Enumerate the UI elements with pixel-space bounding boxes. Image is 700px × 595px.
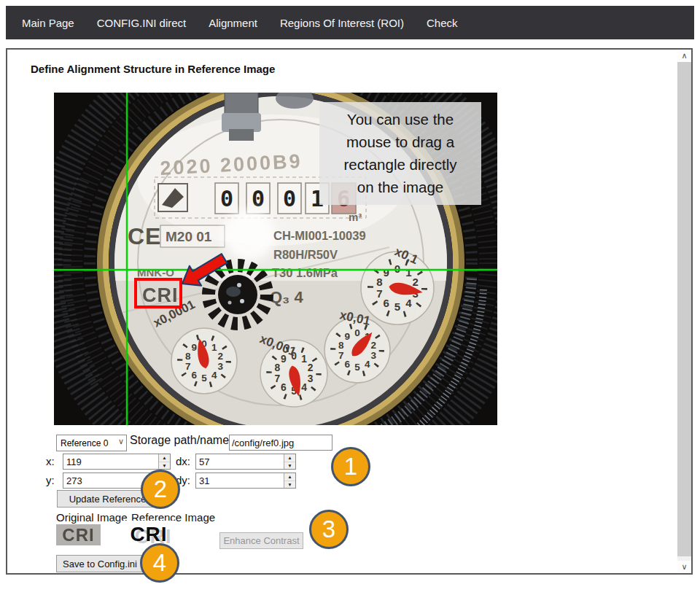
dx-label: dx: — [176, 455, 190, 467]
svg-text:7: 7 — [376, 287, 382, 300]
annotation-step-3: 3 — [309, 510, 349, 549]
type-approval: M20 01 — [166, 229, 212, 244]
spinner-up-icon[interactable]: ▲ — [284, 473, 295, 481]
spinner-down-icon[interactable]: ▼ — [159, 462, 170, 470]
meter-model: CH-MI001-10039 — [273, 229, 366, 242]
spinner-up-icon[interactable]: ▲ — [159, 454, 170, 462]
svg-text:2: 2 — [308, 362, 314, 373]
ce-mark: CE — [128, 223, 161, 249]
counter-digit: 0 — [220, 186, 233, 211]
svg-text:0: 0 — [354, 327, 360, 338]
spinner-down-icon[interactable]: ▼ — [284, 462, 295, 470]
meter-ratio: R80H/R50V — [273, 248, 338, 261]
reference-select[interactable]: Reference 0 — [56, 435, 127, 451]
x-label: x: — [46, 455, 55, 467]
svg-text:7: 7 — [274, 373, 280, 384]
scroll-down-icon[interactable]: ∨ — [677, 561, 691, 573]
reference-select-wrap: Reference 0 ∨ — [56, 435, 127, 451]
annotation-step-2: 2 — [141, 470, 180, 509]
svg-text:7: 7 — [185, 361, 191, 372]
svg-text:2: 2 — [413, 276, 419, 288]
page-title: Define Alignment Structure in Reference … — [31, 63, 275, 75]
counter-unit: m³ — [349, 211, 362, 223]
save-to-config-button[interactable]: Save to Config.ini — [56, 555, 144, 572]
original-image-thumbnail: CRI — [56, 524, 101, 545]
spinner-up-icon[interactable]: ▲ — [284, 454, 295, 462]
meter-dial: 0123456789 — [361, 252, 434, 324]
drag-hint-overlay: You can use the mouse to drag a rectangl… — [319, 102, 481, 205]
svg-text:5: 5 — [394, 300, 400, 313]
svg-text:8: 8 — [274, 362, 280, 373]
spinner-down-icon[interactable]: ▼ — [284, 481, 295, 489]
svg-text:0: 0 — [394, 262, 400, 275]
counter-digit: 0 — [252, 186, 265, 211]
svg-text:1: 1 — [211, 342, 217, 353]
meter-rating: T30 1.6MPa — [272, 266, 338, 279]
y-label: y: — [46, 474, 55, 486]
svg-text:7: 7 — [338, 350, 344, 361]
svg-text:9: 9 — [344, 331, 350, 342]
enhance-contrast-button[interactable]: Enhance Contrast — [219, 532, 303, 549]
svg-text:4: 4 — [211, 370, 217, 381]
roi-text: CRI — [142, 284, 179, 306]
reference-image-canvas[interactable]: 2020 2000B9 0 0 0 1 6 m³ — [54, 93, 497, 425]
dy-spinner[interactable]: ▲▼ — [284, 473, 295, 488]
svg-text:6: 6 — [281, 382, 287, 393]
svg-text:6: 6 — [384, 297, 389, 309]
dx-spinner[interactable]: ▲▼ — [284, 454, 295, 469]
scrollbar: ∧ ∨ — [677, 50, 691, 573]
scrollbar-thumb[interactable] — [677, 62, 691, 556]
top-nav: Main Page CONFIG.INI direct Alignment Re… — [6, 6, 694, 39]
storage-path-wrap — [229, 435, 332, 451]
nav-alignment[interactable]: Alignment — [209, 17, 257, 29]
x-input[interactable] — [63, 454, 171, 470]
annotation-step-1: 1 — [331, 447, 370, 486]
original-image-label: Original Image — [56, 511, 128, 524]
meter-brand: MNK-O — [137, 266, 174, 279]
svg-text:4: 4 — [301, 382, 307, 393]
counter-digit: 0 — [283, 186, 296, 211]
svg-text:5: 5 — [354, 362, 360, 373]
svg-text:8: 8 — [338, 340, 344, 351]
nav-roi[interactable]: Regions Of Interest (ROI) — [280, 17, 404, 29]
svg-text:9: 9 — [191, 342, 197, 353]
svg-text:8: 8 — [185, 351, 191, 362]
storage-path-input[interactable] — [229, 435, 332, 451]
scroll-up-icon[interactable]: ∧ — [677, 50, 691, 62]
svg-text:6: 6 — [344, 359, 350, 370]
x-spinner[interactable]: ▲▼ — [158, 454, 170, 469]
svg-text:1: 1 — [301, 354, 307, 365]
meter-dial: 0123456789 — [171, 328, 237, 394]
content-frame: Define Alignment Structure in Reference … — [6, 48, 693, 575]
svg-text:3: 3 — [371, 350, 377, 361]
svg-text:1: 1 — [405, 266, 411, 279]
dy-input[interactable] — [195, 472, 296, 489]
svg-text:4: 4 — [365, 359, 370, 370]
dx-field-wrap: ▲▼ — [195, 454, 296, 470]
dx-input[interactable] — [195, 454, 296, 470]
svg-text:3: 3 — [308, 373, 314, 384]
svg-text:5: 5 — [201, 373, 207, 384]
meter-q-label: Q₃ 4 — [270, 288, 303, 306]
annotation-step-4: 4 — [140, 543, 179, 583]
svg-text:6: 6 — [191, 370, 197, 381]
svg-text:9: 9 — [384, 266, 389, 279]
svg-text:2: 2 — [218, 351, 224, 362]
nav-config-ini[interactable]: CONFIG.INI direct — [97, 17, 187, 29]
x-field-wrap: ▲▼ — [63, 454, 171, 470]
nav-check[interactable]: Check — [427, 17, 458, 29]
meter-dial: 0123456789 — [324, 317, 390, 383]
storage-path-label: Storage path/name: — [130, 434, 233, 447]
svg-text:8: 8 — [376, 276, 382, 288]
svg-text:2: 2 — [371, 340, 377, 351]
svg-text:3: 3 — [218, 361, 224, 372]
page: Main Page CONFIG.INI direct Alignment Re… — [0, 0, 700, 595]
svg-text:4: 4 — [405, 297, 412, 309]
dy-field-wrap: ▲▼ — [195, 472, 296, 489]
nav-main-page[interactable]: Main Page — [22, 17, 74, 29]
